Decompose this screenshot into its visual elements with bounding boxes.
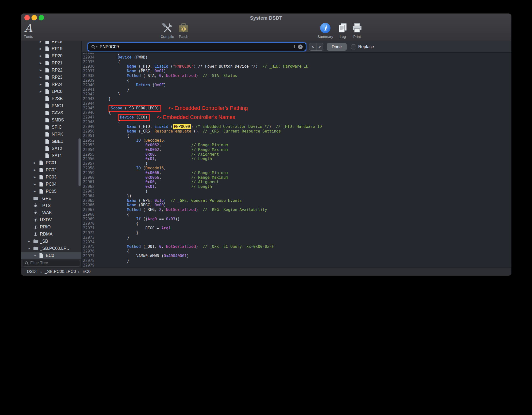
- sidebar-item-wak[interactable]: _WAK: [21, 209, 81, 216]
- disclosure-collapsed-icon[interactable]: ▶: [39, 69, 45, 72]
- search-menu-icon[interactable]: [91, 45, 98, 49]
- sidebar-item-pc03[interactable]: ▶PC03: [21, 174, 81, 181]
- sidebar-item-uxdv[interactable]: UXDV: [21, 216, 81, 223]
- code-line[interactable]: 22937 Name (PBST, 0x01): [82, 69, 511, 74]
- sidebar-item-lpc0[interactable]: ▶LPC0: [21, 88, 81, 95]
- disclosure-collapsed-icon[interactable]: ▶: [33, 161, 39, 164]
- disclosure-collapsed-icon[interactable]: ▶: [33, 183, 39, 186]
- code-line[interactable]: 22971 REGC = Arg1: [82, 226, 511, 231]
- code-line[interactable]: 22955 0x00, // Alignment: [82, 152, 511, 157]
- code-line[interactable]: 22973 }: [82, 235, 511, 240]
- code-line[interactable]: 22940 Return (0x0F): [82, 83, 511, 88]
- code-line[interactable]: 22968 {: [82, 212, 511, 217]
- sidebar-item-rp21[interactable]: ▶RP21: [21, 59, 81, 67]
- sidebar-item-sat2[interactable]: SAT2: [21, 145, 81, 152]
- code-line[interactable]: 22977 \AMW0.AMWN (0xA0040001): [82, 254, 511, 258]
- sidebar-item-pts[interactable]: _PTS: [21, 202, 81, 209]
- fonts-button[interactable]: A Fonts: [21, 22, 42, 39]
- find-next-button[interactable]: >: [316, 43, 323, 50]
- sidebar-scrollbar[interactable]: [78, 138, 81, 186]
- code-line[interactable]: 22969 If ((Arg0 == 0x03)): [82, 217, 511, 222]
- code-line[interactable]: 22960 0x0066, // Range Maximum: [82, 175, 511, 180]
- disclosure-collapsed-icon[interactable]: ▶: [39, 54, 45, 58]
- sidebar-item-pc04[interactable]: ▶PC04: [21, 181, 81, 188]
- sidebar-item-sb[interactable]: ▶_SB: [21, 238, 81, 245]
- code-line[interactable]: 22975 Method (_Q01, 0, NotSerialized) //…: [82, 244, 511, 249]
- sidebar-item-smbs[interactable]: SMBS: [21, 117, 81, 124]
- sidebar-item-pmc1[interactable]: PMC1: [21, 102, 81, 109]
- disclosure-collapsed-icon[interactable]: ▶: [39, 41, 45, 43]
- code-line[interactable]: 22953 0x0062, // Range Minimum: [82, 143, 511, 148]
- done-button[interactable]: Done: [327, 43, 347, 51]
- sidebar-item-rrio[interactable]: RRIO: [21, 223, 81, 231]
- code-line[interactable]: 22961 0x00, // Alignment: [82, 180, 511, 184]
- code-line[interactable]: 22942 }: [82, 92, 511, 97]
- find-previous-button[interactable]: <: [309, 43, 316, 50]
- disclosure-expanded-icon[interactable]: ▼: [33, 254, 39, 257]
- replace-checkbox[interactable]: [351, 44, 356, 49]
- code-line[interactable]: 22933 }: [82, 53, 511, 55]
- code-line[interactable]: 22936 Name (_HID, EisaId ("PNP0C0C") /* …: [82, 64, 511, 69]
- find-input[interactable]: PNP0C09 1 ✕: [88, 43, 306, 51]
- code-line[interactable]: 22972 }: [82, 231, 511, 235]
- disclosure-collapsed-icon[interactable]: ▶: [39, 83, 45, 86]
- sidebar-item-p2sb[interactable]: P2SB: [21, 95, 81, 102]
- sidebar-item-rp24[interactable]: ▶RP24: [21, 81, 81, 88]
- code-line[interactable]: 22934 Device (PWRB): [82, 55, 511, 60]
- code-line[interactable]: 22970 {: [82, 221, 511, 226]
- disclosure-collapsed-icon[interactable]: ▶: [39, 61, 45, 65]
- code-line[interactable]: 22963 ): [82, 189, 511, 194]
- sidebar-item-pc05[interactable]: ▶PC05: [21, 188, 81, 195]
- code-line[interactable]: 22976 {: [82, 249, 511, 254]
- sidebar-item-rp18[interactable]: ▶RP18: [21, 41, 81, 45]
- code-line[interactable]: 22947 Device (EC0)<- Embedded Controller…: [82, 115, 511, 120]
- code-line[interactable]: 22939 {: [82, 78, 511, 83]
- code-line[interactable]: 22962 0x01, // Length: [82, 184, 511, 189]
- code-line[interactable]: 22979: [82, 263, 511, 267]
- code-line[interactable]: 22958 IO (Decode16,: [82, 166, 511, 171]
- code-line[interactable]: 22966 Name (REGC, 0x00): [82, 203, 511, 208]
- code-line[interactable]: 22935 {: [82, 60, 511, 64]
- breadcrumb-item[interactable]: EC0: [82, 269, 91, 274]
- disclosure-expanded-icon[interactable]: ▼: [27, 247, 33, 250]
- sidebar-item-gpe[interactable]: _GPE: [21, 195, 81, 202]
- disclosure-collapsed-icon[interactable]: ▶: [27, 240, 33, 243]
- disclosure-collapsed-icon[interactable]: ▶: [39, 47, 45, 50]
- sidebar-item-sat1[interactable]: SAT1: [21, 152, 81, 159]
- sidebar-item-sbpc00lp[interactable]: ▼_SB.PC00.LP…: [21, 245, 81, 252]
- sidebar-item-pc02[interactable]: ▶PC02: [21, 166, 81, 174]
- print-button[interactable]: Print: [344, 22, 371, 39]
- code-line[interactable]: 22956 0x01, // Length: [82, 157, 511, 161]
- code-line[interactable]: 22950 Name (_CRS, ResourceTemplate () //…: [82, 129, 511, 134]
- sidebar-item-pc01[interactable]: ▶PC01: [21, 159, 81, 166]
- disclosure-collapsed-icon[interactable]: ▶: [39, 90, 45, 93]
- clear-search-icon[interactable]: ✕: [298, 44, 303, 49]
- code-line[interactable]: 22949 Name (_HID, EisaId (PNP0C09) /* Em…: [82, 124, 511, 129]
- disclosure-collapsed-icon[interactable]: ▶: [33, 168, 39, 172]
- sidebar-item-ntpk[interactable]: NTPK: [21, 131, 81, 138]
- code-line[interactable]: 22938 Method (_STA, 0, NotSerialized) //…: [82, 74, 511, 78]
- code-line[interactable]: 22945 Scope (_SB.PC00.LPC0)<- Embedded C…: [82, 106, 511, 111]
- sidebar-item-rp23[interactable]: ▶RP23: [21, 74, 81, 81]
- disclosure-collapsed-icon[interactable]: ▶: [39, 76, 45, 79]
- code-line[interactable]: 22943 }: [82, 97, 511, 101]
- code-line[interactable]: 22959 0x0066, // Range Minimum: [82, 171, 511, 175]
- sidebar-item-cavs[interactable]: CAVS: [21, 109, 81, 117]
- code-editor[interactable]: 22933 }22934 Device (PWRB)22935 {22936 N…: [82, 53, 511, 267]
- breadcrumb-item[interactable]: _SB.PC00.LPC0: [45, 269, 76, 274]
- code-line[interactable]: 22941 }: [82, 87, 511, 92]
- code-line[interactable]: 22974: [82, 240, 511, 245]
- filter-tree-input[interactable]: [23, 260, 80, 267]
- patch-button[interactable]: Patch: [170, 22, 197, 39]
- sidebar-item-gbe1[interactable]: GBE1: [21, 138, 81, 145]
- code-line[interactable]: 22978 }: [82, 258, 511, 263]
- disclosure-collapsed-icon[interactable]: ▶: [33, 176, 39, 179]
- code-line[interactable]: 22957 ): [82, 161, 511, 166]
- code-line[interactable]: 22967 Method (_REG, 2, NotSerialized) //…: [82, 208, 511, 212]
- sidebar-item-rp20[interactable]: ▶RP20: [21, 52, 81, 59]
- sidebar-item-rp22[interactable]: ▶RP22: [21, 67, 81, 74]
- sidebar-item-rp19[interactable]: ▶RP19: [21, 45, 81, 52]
- sidebar-item-ec0[interactable]: ▼EC0: [21, 252, 81, 259]
- code-line[interactable]: 22951 {: [82, 133, 511, 138]
- code-line[interactable]: 22954 0x0062, // Range Maximum: [82, 148, 511, 152]
